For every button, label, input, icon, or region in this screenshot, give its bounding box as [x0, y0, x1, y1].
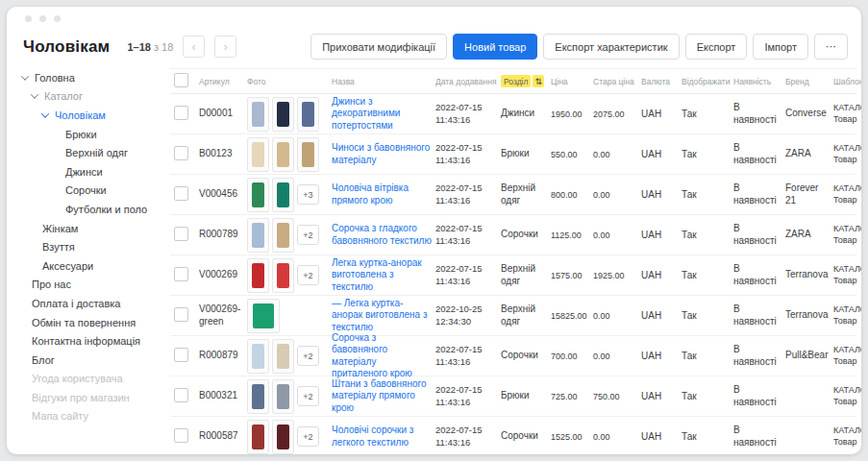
product-name-cell: Штани з бавовняного матеріалу прямого кр… [330, 378, 434, 415]
sidebar-item-pro-nas[interactable]: Про нас [22, 276, 166, 295]
product-sku: B000321 [197, 390, 245, 402]
product-photo-thumbnail[interactable] [247, 258, 269, 293]
product-photo-thumbnail[interactable] [272, 420, 294, 454]
more-photos-badge[interactable]: +2 [297, 225, 319, 245]
more-photos-badge[interactable]: +2 [297, 386, 319, 406]
sidebar-item-sorochky[interactable]: Сорочки [22, 182, 166, 201]
sidebar-item-kataloh[interactable]: Каталог [22, 87, 166, 107]
next-page-button[interactable]: › [214, 36, 236, 58]
sort-icon[interactable]: ⇅ [533, 75, 544, 87]
sidebar-item-verkhnii-odiah[interactable]: Верхній одяг [22, 143, 166, 162]
window-maximize-button[interactable] [54, 15, 61, 22]
product-name-link[interactable]: Штани з бавовняного матеріалу прямого кр… [332, 378, 432, 415]
row-select-cell [170, 146, 197, 162]
window-minimize-button[interactable] [39, 15, 46, 22]
export-characteristics-button[interactable]: Експорт характеристик [543, 34, 679, 60]
row-checkbox[interactable] [174, 267, 188, 281]
product-template: КАТАЛОГ: Товар [831, 385, 861, 407]
product-name-link[interactable]: Чоловіча вітрівка прямого крою [332, 182, 432, 206]
sidebar-item-dzhynsy[interactable]: Джинси [22, 162, 166, 182]
new-product-button[interactable]: Новий товар [453, 34, 537, 60]
column-header-currency[interactable]: Валюта [639, 77, 680, 86]
product-photo-thumbnail[interactable] [272, 137, 294, 172]
import-button[interactable]: Імпорт [753, 34, 808, 60]
row-checkbox[interactable] [174, 186, 188, 201]
column-header-sku[interactable]: Артикул [197, 77, 245, 86]
product-photo-thumbnail[interactable] [272, 339, 294, 374]
prev-page-button[interactable]: ‹ [183, 36, 205, 58]
product-photo-thumbnail[interactable] [272, 97, 294, 132]
product-name-link[interactable]: Чоловічі сорочки з легкого текстилю [332, 425, 432, 449]
select-all-checkbox[interactable] [174, 73, 188, 87]
date-added-cell: 2022-07-1511:43:16 [434, 102, 499, 126]
more-actions-button[interactable]: ⋯ [814, 34, 848, 60]
window-close-button[interactable] [25, 15, 32, 22]
product-photo-thumbnail[interactable] [272, 379, 294, 414]
column-header-brand[interactable]: Бренд [783, 77, 831, 86]
row-checkbox[interactable] [174, 307, 188, 322]
pagination-total: з 18 [154, 41, 173, 53]
product-photo-thumbnail[interactable] [247, 178, 269, 212]
product-photo-thumbnail[interactable] [272, 178, 294, 212]
product-display-flag: Так [680, 431, 732, 442]
column-header-name[interactable]: Назва [330, 77, 434, 86]
sidebar-item-uhoda-korystuvacha[interactable]: Угода користувача [22, 370, 166, 389]
hide-modifications-button[interactable]: Приховати модифікації [310, 34, 447, 60]
table-row: R000789+2Сорочка з гладкого бавовняного … [170, 215, 856, 255]
product-photo-thumbnail[interactable] [247, 97, 269, 132]
sidebar-item-briuky[interactable]: Брюки [22, 125, 166, 144]
sidebar-item-zhinkam[interactable]: Жінкам [22, 219, 166, 238]
export-button[interactable]: Експорт [685, 34, 748, 60]
sidebar-item-kontaktna-informatsiia[interactable]: Контактна інформація [22, 331, 166, 351]
row-checkbox[interactable] [174, 388, 188, 402]
column-header-price[interactable]: Ціна [549, 77, 591, 86]
column-header-date[interactable]: Дата додавання [434, 77, 499, 86]
product-photo-thumbnail[interactable] [247, 339, 269, 374]
product-photo-thumbnail[interactable] [272, 218, 294, 253]
product-photo-thumbnail[interactable] [247, 420, 269, 454]
row-checkbox[interactable] [174, 348, 188, 362]
sidebar-item-vidhuky-pro-mahazyn[interactable]: Відгуки про магазин [22, 388, 166, 407]
product-photo-thumbnail[interactable] [247, 137, 269, 172]
product-photo-thumbnail[interactable] [297, 137, 319, 172]
product-name-link[interactable]: Чиноси з бавовняного матеріалу [332, 142, 432, 166]
product-photo-thumbnail[interactable] [247, 379, 269, 414]
product-old-price: 0.00 [591, 311, 639, 321]
product-name-link[interactable]: — Легка куртка-анорак виготовлена з текс… [332, 298, 432, 334]
more-photos-badge[interactable]: +2 [297, 346, 319, 366]
product-photo-thumbnail[interactable] [247, 299, 280, 333]
product-name-link[interactable]: Сорочка з бавовняного матеріалу притален… [332, 332, 432, 380]
sidebar-item-cholovikam[interactable]: Чоловікам [22, 106, 166, 125]
product-name-link[interactable]: Джинси з декоративними потертостями [332, 96, 432, 133]
column-header-photo[interactable]: Фото [245, 77, 330, 86]
row-checkbox[interactable] [174, 146, 188, 160]
column-header-section[interactable]: Розділ⇅ [499, 75, 549, 87]
sidebar-item-holovna[interactable]: Головна [22, 68, 166, 87]
product-photo-thumbnail[interactable] [247, 218, 269, 253]
sidebar-item-mapa-saitu[interactable]: Мапа сайту [22, 407, 166, 426]
more-photos-badge[interactable]: +2 [297, 426, 319, 447]
sidebar-item-vzuttia[interactable]: Взуття [22, 237, 166, 256]
content-area: ГоловнаКаталогЧоловікамБрюкиВерхній одяг… [7, 68, 861, 454]
row-checkbox[interactable] [174, 106, 188, 120]
sidebar-item-label: Жінкам [42, 223, 78, 234]
more-photos-badge[interactable]: +3 [297, 184, 319, 205]
row-checkbox[interactable] [174, 227, 188, 241]
row-checkbox[interactable] [174, 428, 188, 443]
sidebar-item-aksesuary[interactable]: Аксесуари [22, 256, 166, 276]
column-header-display[interactable]: Відображати [680, 77, 732, 86]
product-name-link[interactable]: Сорочка з гладкого бавовняного текстилю [332, 223, 432, 247]
product-name-link[interactable]: Легка куртка-анорак виготовлена з тексти… [332, 257, 432, 294]
sidebar-item-bloh[interactable]: Блог [22, 351, 166, 370]
column-header-availability[interactable]: Наявність [732, 77, 783, 86]
product-display-flag: Так [680, 270, 732, 280]
product-photo-thumbnail[interactable] [272, 258, 294, 293]
column-header-template[interactable]: Шаблон [831, 77, 861, 86]
product-photo-thumbnail[interactable] [297, 97, 319, 132]
sidebar-item-oplata-i-dostavka[interactable]: Оплата і доставка [22, 294, 166, 313]
sidebar-item-futbolky-i-polo[interactable]: Футболки и поло [22, 200, 166, 219]
sidebar-item-obmin-ta-povernennia[interactable]: Обмін та повернення [22, 313, 166, 332]
time-value: 12:34:30 [435, 316, 497, 328]
more-photos-badge[interactable]: +2 [297, 265, 319, 285]
column-header-old_price[interactable]: Стара ціна [591, 77, 639, 86]
